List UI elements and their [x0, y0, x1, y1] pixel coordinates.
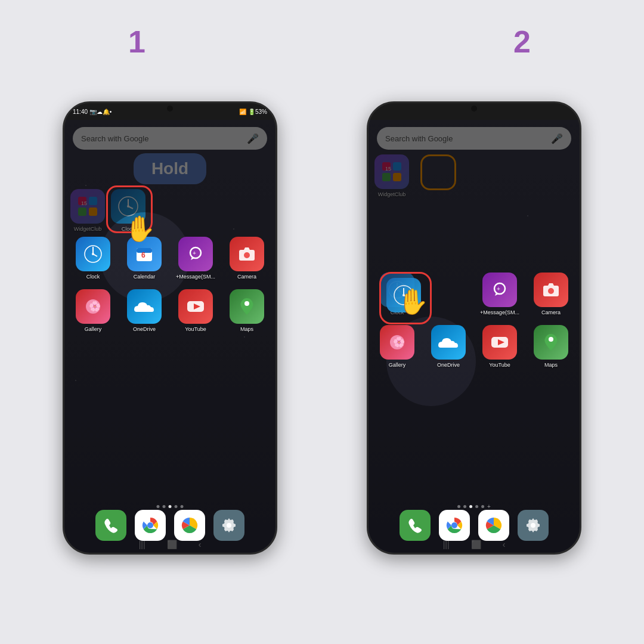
message-label-2: +Message(SM... [480, 309, 519, 315]
phone2-wrapper: Search with Google 🎤 15 [367, 101, 581, 555]
maps-icon-1 [230, 289, 264, 324]
hold-bubble: Hold [134, 153, 206, 184]
status-bar-1: 11:40 📷☁🔔• 📶 🔋53% [64, 103, 275, 120]
dock-chrome-2[interactable] [439, 510, 470, 541]
camera-label-1: Camera [237, 274, 256, 280]
calendar-label-1: Calendar [134, 274, 156, 280]
svg-point-8 [127, 205, 129, 208]
app-message-1[interactable]: + +Message(SM... [173, 237, 218, 280]
camera-icon-1 [230, 237, 264, 271]
svg-text:🌸: 🌸 [393, 336, 405, 348]
clock-top-icon-1 [111, 189, 145, 224]
dock-phone-1[interactable] [95, 510, 126, 541]
dragging-clock-icon [386, 278, 421, 312]
youtube-label-1: YouTube [185, 326, 206, 332]
calendar-icon-1: 6 [127, 237, 162, 271]
dock-settings-2[interactable] [518, 510, 549, 541]
dock-1 [95, 510, 244, 541]
message-icon-2: + [482, 273, 517, 307]
screen-1: Search with Google 🎤 Hold [64, 120, 275, 553]
screen-2: Search with Google 🎤 15 [369, 120, 580, 553]
app-row3-1: 🌸 Gallery OneDrive [64, 289, 275, 339]
svg-point-37 [402, 294, 405, 296]
dock-photos-1[interactable] [174, 510, 205, 541]
svg-text:+: + [497, 286, 500, 292]
widgetclub-label-1: WidgetClub [74, 226, 102, 232]
widgetclub-icon-1: 15 [70, 189, 105, 224]
nav-bar-2: ||| ⬜ ‹ [369, 540, 580, 549]
svg-text:+: + [193, 250, 196, 256]
camera-notch-2 [471, 106, 477, 112]
svg-text:6: 6 [141, 251, 145, 259]
clock-top-label-1: Clock [122, 226, 135, 232]
app-widgetclub-1[interactable]: 15 WidgetClub [70, 189, 105, 232]
svg-point-53 [451, 522, 457, 528]
maps-icon-2 [534, 325, 568, 360]
nav-home-1[interactable]: ⬜ [167, 540, 177, 549]
svg-rect-32 [393, 173, 401, 181]
message-label-1: +Message(SM... [176, 274, 215, 280]
dot2-4 [475, 505, 478, 508]
app-onedrive-1[interactable]: OneDrive [122, 289, 167, 332]
clock-label-1: Clock [86, 274, 100, 280]
dock-chrome-1[interactable] [135, 510, 166, 541]
app-row3-2: 🌸 Gallery OneDrive [369, 325, 580, 375]
app-calendar-1[interactable]: 6 Calendar [122, 237, 167, 280]
svg-point-19 [244, 252, 250, 258]
svg-rect-30 [393, 162, 401, 171]
app-youtube-2[interactable]: YouTube [477, 325, 522, 368]
svg-marker-46 [548, 283, 554, 286]
status-battery-1: 📶 🔋53% [239, 109, 267, 115]
youtube-icon-2 [482, 325, 517, 360]
app-gallery-2[interactable]: 🌸 Gallery [374, 325, 420, 368]
widgetclub-label-2: WidgetClub [378, 191, 406, 197]
gallery-icon-2: 🌸 [380, 325, 414, 360]
gallery-icon-1: 🌸 [76, 289, 110, 324]
main-container: 1 2 11:40 📷☁🔔• 📶 🔋53% [0, 0, 644, 644]
nav-bar-1: ||| ⬜ ‹ [64, 540, 275, 549]
svg-rect-31 [382, 173, 391, 181]
nav-home-2[interactable]: ⬜ [471, 540, 481, 549]
onedrive-icon-2 [431, 325, 466, 360]
svg-text:15: 15 [81, 200, 87, 206]
svg-text:🌸: 🌸 [89, 301, 101, 312]
phone1: 11:40 📷☁🔔• 📶 🔋53% Search with Google 🎤 [63, 101, 277, 555]
status-time-1: 11:40 📷☁🔔• [73, 109, 112, 115]
app-youtube-1[interactable]: YouTube [173, 289, 218, 332]
camera-label-2: Camera [541, 309, 561, 315]
app-camera-1[interactable]: Camera [224, 237, 270, 280]
svg-rect-3 [89, 208, 97, 216]
nav-back-2[interactable]: ‹ [503, 540, 506, 549]
nav-menu-1[interactable]: ||| [139, 540, 145, 549]
app-clock-1[interactable]: Clock [70, 237, 116, 280]
phone2: Search with Google 🎤 15 [367, 101, 581, 555]
dock-photos-2[interactable] [478, 510, 509, 541]
dot2-2 [463, 505, 466, 508]
dot2-1 [457, 505, 460, 508]
nav-back-1[interactable]: ‹ [199, 540, 202, 549]
app-gallery-1[interactable]: 🌸 Gallery [70, 289, 116, 332]
svg-point-12 [92, 253, 94, 255]
dot2-5 [481, 505, 484, 508]
app-message-2[interactable]: + +Message(SM... [477, 273, 522, 315]
app-maps-1[interactable]: Maps [224, 289, 270, 332]
dot-2 [163, 505, 166, 508]
dock-settings-1[interactable] [213, 510, 244, 541]
app-widgetclub-2[interactable]: 15 WidgetClub [374, 154, 409, 202]
dock-phone-2[interactable] [400, 510, 431, 541]
search-bar-1[interactable]: Search with Google 🎤 [73, 127, 267, 150]
search-placeholder-1: Search with Google [81, 134, 148, 143]
app-empty-2 [426, 273, 471, 315]
dot-3-active [169, 505, 172, 508]
dock-2 [400, 510, 549, 541]
app-onedrive-2[interactable]: OneDrive [426, 325, 471, 368]
app-camera-2[interactable]: Camera [528, 273, 574, 315]
nav-menu-2[interactable]: ||| [443, 540, 450, 549]
svg-text:15: 15 [385, 166, 391, 172]
app-clock-top-1[interactable]: Clock [111, 189, 145, 232]
search-bar-2[interactable]: Search with Google 🎤 [377, 127, 571, 150]
app-maps-2[interactable]: Maps [528, 325, 574, 368]
dragging-clock [386, 278, 421, 312]
dot2-plus: + [487, 505, 491, 508]
svg-point-51 [549, 337, 553, 342]
